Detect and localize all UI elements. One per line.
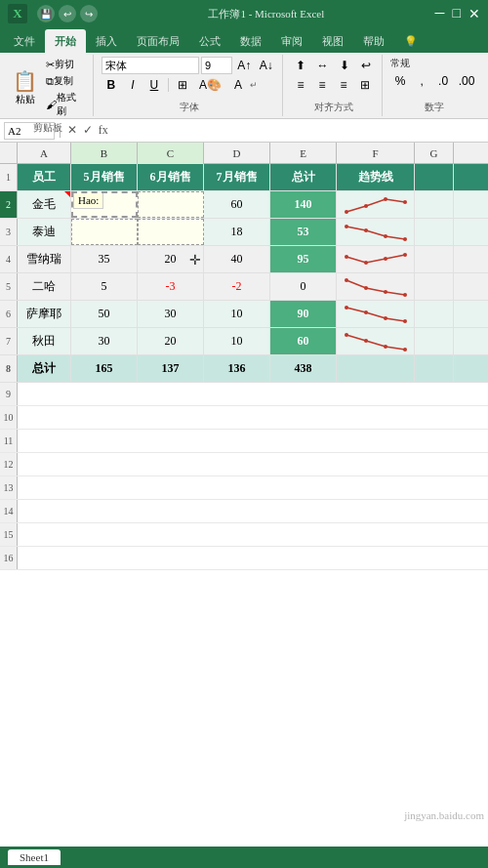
cell-c8[interactable]: 137	[138, 355, 204, 382]
align-bottom-button[interactable]: ⬇	[335, 57, 354, 74]
cell-a6[interactable]: 萨摩耶	[18, 301, 71, 327]
cell-d5[interactable]: -2	[204, 273, 270, 300]
cell-a2[interactable]: 金毛	[18, 191, 71, 218]
cell-f1[interactable]: 趋势线	[337, 164, 415, 190]
align-top-button[interactable]: ⬆	[291, 57, 310, 74]
tab-data[interactable]: 数据	[230, 29, 271, 53]
percent-button[interactable]: %	[390, 72, 410, 90]
cell-a5[interactable]: 二哈	[18, 273, 71, 300]
cell-g7[interactable]	[415, 328, 454, 354]
cell-c2[interactable]	[138, 191, 204, 218]
col-header-a[interactable]: A	[18, 143, 71, 164]
font-size-input[interactable]	[201, 57, 232, 74]
cell-e5[interactable]: 0	[270, 273, 337, 300]
cell-g5[interactable]	[415, 273, 454, 300]
empty-row-9-content[interactable]	[18, 383, 488, 405]
cell-g3[interactable]	[415, 219, 454, 245]
cell-g2[interactable]	[415, 191, 454, 218]
tab-insert[interactable]: 插入	[86, 29, 127, 53]
col-header-g[interactable]: G	[415, 143, 454, 164]
font-name-input[interactable]	[102, 57, 199, 74]
tab-formula[interactable]: 公式	[189, 29, 230, 53]
tab-extra[interactable]: 💡	[394, 29, 427, 53]
cell-a7[interactable]: 秋田	[18, 328, 71, 354]
insert-function-icon[interactable]: fx	[97, 123, 110, 138]
cell-e4[interactable]: 95	[270, 246, 337, 272]
italic-button[interactable]: I	[123, 76, 142, 94]
empty-row-15-content[interactable]	[18, 523, 488, 546]
cell-e1[interactable]: 总计	[270, 164, 337, 190]
cell-e8[interactable]: 438	[270, 355, 337, 382]
tab-view[interactable]: 视图	[312, 29, 353, 53]
tab-file[interactable]: 文件	[4, 29, 45, 53]
increase-decimal-button[interactable]: .0	[433, 72, 453, 90]
align-left-button[interactable]: ≡	[291, 76, 310, 94]
col-header-d[interactable]: D	[204, 143, 270, 164]
empty-row-14-content[interactable]	[18, 500, 488, 522]
fill-color-button[interactable]: A🎨	[194, 76, 226, 94]
maximize-btn[interactable]: □	[453, 6, 461, 22]
cell-b5[interactable]: 5	[71, 273, 138, 300]
cell-b4[interactable]: 35	[71, 246, 138, 272]
col-header-b[interactable]: B	[71, 143, 138, 164]
cell-a8[interactable]: 总计	[18, 355, 71, 382]
bold-button[interactable]: B	[102, 76, 121, 94]
copy-button[interactable]: ⧉ 复制	[43, 73, 87, 89]
cell-e6[interactable]: 90	[270, 301, 337, 327]
cell-b1[interactable]: 5月销售	[71, 164, 138, 190]
empty-row-10-content[interactable]	[18, 406, 488, 429]
align-center-button[interactable]: ≡	[312, 76, 332, 94]
cell-d1[interactable]: 7月销售	[204, 164, 270, 190]
decrease-decimal-button[interactable]: .00	[455, 72, 478, 90]
cell-c5[interactable]: -3	[138, 273, 204, 300]
tab-page-layout[interactable]: 页面布局	[127, 29, 189, 53]
cell-g1[interactable]	[415, 164, 454, 190]
align-middle-button[interactable]: ↔	[312, 57, 333, 74]
close-btn[interactable]: ✕	[468, 6, 480, 22]
undo-btn[interactable]: ↩	[59, 5, 76, 22]
underline-button[interactable]: U	[144, 76, 164, 94]
cell-b7[interactable]: 30	[71, 328, 138, 354]
cell-b6[interactable]: 50	[71, 301, 138, 327]
font-color-button[interactable]: A	[228, 76, 248, 94]
cell-b8[interactable]: 165	[71, 355, 138, 382]
cell-c1[interactable]: 6月销售	[138, 164, 204, 190]
tab-home[interactable]: 开始	[45, 29, 86, 53]
empty-row-16-content[interactable]	[18, 547, 488, 569]
tab-help[interactable]: 帮助	[353, 29, 394, 53]
cell-c6[interactable]: 30	[138, 301, 204, 327]
align-right-button[interactable]: ≡	[334, 76, 353, 94]
sheet-tab[interactable]: Sheet1	[8, 849, 61, 865]
cell-g6[interactable]	[415, 301, 454, 327]
cancel-formula-icon[interactable]: ✕	[65, 123, 79, 138]
cell-a1[interactable]: 员工	[18, 164, 71, 190]
cell-d6[interactable]: 10	[204, 301, 270, 327]
border-button[interactable]: ⊞	[173, 76, 192, 94]
cell-e7[interactable]: 60	[270, 328, 337, 354]
cell-d7[interactable]: 10	[204, 328, 270, 354]
cell-d8[interactable]: 136	[204, 355, 270, 382]
cell-d3[interactable]: 18	[204, 219, 270, 245]
col-header-e[interactable]: E	[270, 143, 337, 164]
cell-e3[interactable]: 53	[270, 219, 337, 245]
cell-g4[interactable]	[415, 246, 454, 272]
confirm-formula-icon[interactable]: ✓	[81, 123, 95, 138]
empty-row-13-content[interactable]	[18, 476, 488, 499]
cell-b2[interactable]: Hao:	[71, 191, 138, 218]
cut-button[interactable]: ✂ 剪切	[43, 57, 87, 72]
save-btn[interactable]: 💾	[37, 5, 55, 22]
minimize-btn[interactable]: ─	[435, 6, 445, 22]
cell-e2[interactable]: 140	[270, 191, 337, 218]
cell-a4[interactable]: 雪纳瑞	[18, 246, 71, 272]
merge-button[interactable]: ⊞	[355, 76, 375, 94]
formula-input[interactable]	[112, 122, 484, 140]
font-grow-button[interactable]: A↑	[234, 57, 255, 74]
comma-button[interactable]: ,	[412, 72, 431, 90]
quick-access[interactable]: 💾 ↩ ↪	[37, 5, 98, 22]
font-shrink-button[interactable]: A↓	[257, 57, 277, 74]
cell-c7[interactable]: 20	[138, 328, 204, 354]
cell-d4[interactable]: 40	[204, 246, 270, 272]
empty-row-11-content[interactable]	[18, 430, 488, 452]
cell-d2[interactable]: 60	[204, 191, 270, 218]
redo-btn[interactable]: ↪	[80, 5, 98, 22]
